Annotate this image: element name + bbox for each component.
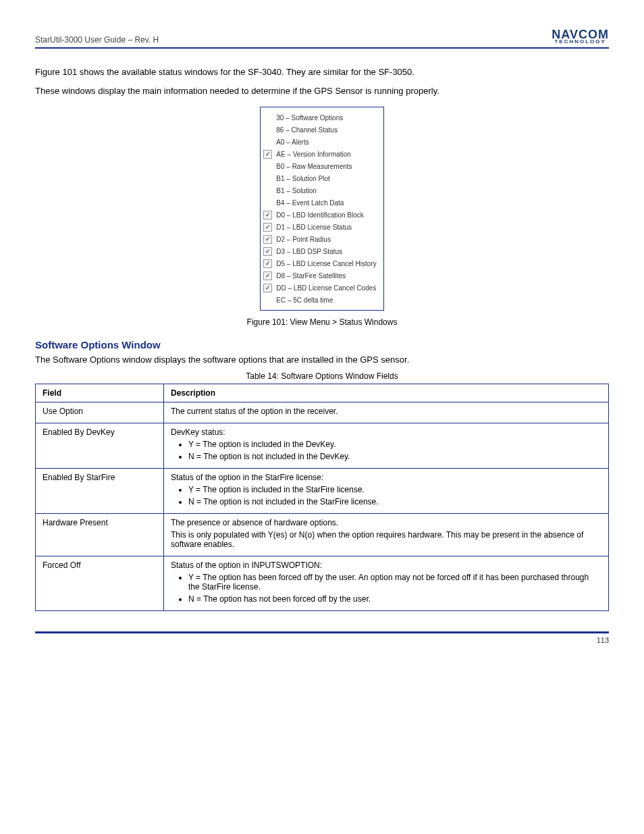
page-footer: 113 <box>35 631 609 644</box>
cell-field: Enabled By DevKey <box>36 423 164 469</box>
cell-field: Use Option <box>36 402 164 423</box>
menu-item-label: B4 – Event Latch Data <box>276 199 344 207</box>
cell-desc: The presence or absence of hardware opti… <box>164 514 609 556</box>
menu-item-label: D0 – LBD Identification Block <box>276 211 364 219</box>
software-options-table: Field Description Use OptionThe current … <box>35 384 609 611</box>
menu-item[interactable]: ✓D2 – Point Radius <box>263 233 376 245</box>
th-field: Field <box>36 384 164 402</box>
menu-item[interactable]: B4 – Event Latch Data <box>263 197 376 209</box>
desc-bullet: Y = The option is included in the StarFi… <box>188 485 601 494</box>
desc-bullet: Y = The option is included in the DevKey… <box>188 440 601 449</box>
figure-caption: Figure 101: View Menu > Status Windows <box>35 317 609 327</box>
desc-bullets: Y = The option has been forced off by th… <box>171 573 601 604</box>
table-row: Forced OffStatus of the option in INPUTS… <box>36 556 609 611</box>
table-row: Enabled By StarFireStatus of the option … <box>36 469 609 514</box>
check-icon: ✓ <box>263 235 272 244</box>
menu-item-label: D1 – LBD License Status <box>276 224 352 231</box>
check-icon: ✓ <box>263 259 272 268</box>
menu-item-label: B1 – Solution <box>276 187 317 194</box>
cell-desc: Status of the option in the StarFire lic… <box>164 469 609 514</box>
menu-item-label: 30 – Software Options <box>276 114 343 122</box>
check-icon: ✓ <box>263 284 272 292</box>
table-row: Hardware PresentThe presence or absence … <box>36 514 609 556</box>
check-icon: ✓ <box>263 150 272 159</box>
section-title: Software Options Window <box>35 339 609 350</box>
menu-item[interactable]: B1 – Solution <box>263 184 376 197</box>
check-icon: ✓ <box>263 271 272 280</box>
menu-item-label: AE – Version Information <box>276 151 351 158</box>
desc-bullet: N = The option has not been forced off b… <box>188 594 601 604</box>
check-icon: ✓ <box>263 247 272 256</box>
menu-item-label: D3 – LBD DSP Status <box>276 248 342 255</box>
desc-bullet: Y = The option has been forced off by th… <box>188 573 601 592</box>
desc-line: The current status of the option in the … <box>171 407 601 416</box>
desc-bullets: Y = The option is included in the StarFi… <box>171 485 601 506</box>
menu-item[interactable]: B1 – Solution Plot <box>263 172 376 184</box>
menu-item-label: D2 – Point Radius <box>276 236 331 243</box>
table-header-row: Field Description <box>36 384 609 402</box>
menu-item[interactable]: B0 – Raw Measurements <box>263 160 376 172</box>
menu-item-label: D8 – StarFire Satellites <box>276 272 346 280</box>
th-desc: Description <box>164 384 609 402</box>
desc-line: Status of the option in the StarFire lic… <box>171 473 601 482</box>
check-spacer <box>263 199 272 207</box>
cell-desc: DevKey status:Y = The option is included… <box>164 423 609 469</box>
menu-item[interactable]: A0 – Alerts <box>263 136 376 148</box>
menu-item-label: B1 – Solution Plot <box>276 175 330 182</box>
check-spacer <box>263 186 272 195</box>
cell-desc: The current status of the option in the … <box>164 402 609 423</box>
footer-right: 113 <box>597 636 609 644</box>
check-spacer <box>263 162 272 171</box>
logo-main: NAVCOM <box>552 30 609 40</box>
desc-line: DevKey status: <box>171 427 601 437</box>
check-icon: ✓ <box>263 211 272 219</box>
cell-field: Hardware Present <box>36 514 164 556</box>
menu-item-label: B0 – Raw Measurements <box>276 163 352 170</box>
check-icon: ✓ <box>263 223 272 232</box>
menu-item-label: DD – LBD License Cancel Codes <box>276 284 376 292</box>
menu-item-label: A0 – Alerts <box>276 138 308 146</box>
desc-bullet: N = The option is not included in the De… <box>188 452 601 461</box>
menu-item[interactable]: ✓AE – Version Information <box>263 148 376 160</box>
desc-bullets: Y = The option is included in the DevKey… <box>171 440 601 461</box>
menu-item[interactable]: ✓D1 – LBD License Status <box>263 221 376 233</box>
cell-field: Enabled By StarFire <box>36 469 164 514</box>
menu-item[interactable]: 30 – Software Options <box>263 111 376 124</box>
status-menu: 30 – Software Options86 – Channel Status… <box>260 107 383 311</box>
header-title: StarUtil-3000 User Guide – Rev. H <box>35 35 159 45</box>
desc-line: Status of the option in INPUTSWOPTION: <box>171 561 601 570</box>
check-spacer <box>263 126 272 134</box>
table-caption: Table 14: Software Options Window Fields <box>35 371 609 381</box>
menu-item[interactable]: ✓D3 – LBD DSP Status <box>263 245 376 257</box>
menu-item-label: EC – 5C delta time <box>276 296 333 304</box>
cell-field: Forced Off <box>36 556 164 611</box>
section-para: The Software Options window displays the… <box>35 355 609 365</box>
figure: 30 – Software Options86 – Channel Status… <box>35 107 609 311</box>
intro-p2: These windows display the main informati… <box>35 85 609 97</box>
desc-line: The presence or absence of hardware opti… <box>171 518 601 527</box>
desc-line: This is only populated with Y(es) or N(o… <box>171 530 601 549</box>
page-header: StarUtil-3000 User Guide – Rev. H NAVCOM… <box>35 30 609 49</box>
check-spacer <box>263 174 272 183</box>
table-row: Use OptionThe current status of the opti… <box>36 402 609 423</box>
desc-bullet: N = The option is not included in the St… <box>188 497 601 506</box>
menu-item[interactable]: 86 – Channel Status <box>263 124 376 136</box>
menu-item[interactable]: ✓D0 – LBD Identification Block <box>263 209 376 221</box>
table-row: Enabled By DevKeyDevKey status:Y = The o… <box>36 423 609 469</box>
cell-desc: Status of the option in INPUTSWOPTION:Y … <box>164 556 609 611</box>
check-spacer <box>263 138 272 147</box>
intro-text: Figure 101 shows the available status wi… <box>35 66 609 97</box>
logo: NAVCOM TECHNOLOGY <box>552 30 609 45</box>
menu-item[interactable]: ✓D8 – StarFire Satellites <box>263 269 376 282</box>
check-spacer <box>263 113 272 122</box>
check-spacer <box>263 296 272 305</box>
menu-item[interactable]: ✓DD – LBD License Cancel Codes <box>263 282 376 294</box>
intro-p1: Figure 101 shows the available status wi… <box>35 66 609 78</box>
menu-item-label: D5 – LBD License Cancel History <box>276 260 376 267</box>
menu-item-label: 86 – Channel Status <box>276 126 338 134</box>
menu-item[interactable]: ✓D5 – LBD License Cancel History <box>263 257 376 269</box>
menu-item[interactable]: EC – 5C delta time <box>263 294 376 306</box>
